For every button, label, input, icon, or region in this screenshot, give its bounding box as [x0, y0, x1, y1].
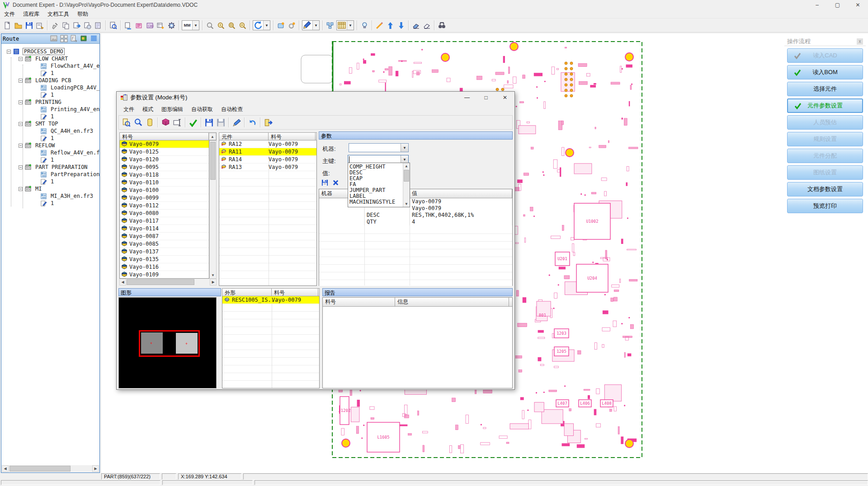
tree-row[interactable]: PartPreparation_: [40, 171, 99, 178]
close-button[interactable]: ✕: [848, 0, 868, 10]
chevron-down-icon[interactable]: ▼: [192, 21, 199, 30]
menu-item-3[interactable]: 帮助: [73, 10, 92, 19]
chevron-down-icon[interactable]: ▼: [347, 21, 354, 30]
part-list-row[interactable]: Vayo-0125: [120, 148, 209, 156]
scroll-thumb[interactable]: [210, 142, 216, 180]
route-chip-button[interactable]: [80, 34, 88, 43]
tree-row[interactable]: 1: [40, 91, 55, 98]
tree-label[interactable]: FlowChart_A4V_en: [50, 63, 99, 69]
param-row[interactable]: DESCRES,THK,0402,68K,1%: [319, 212, 512, 219]
action-button-3[interactable]: 选择元件: [787, 82, 863, 96]
part-list-hscrollbar[interactable]: ◀ ▶: [119, 279, 217, 285]
action-panel-close-icon[interactable]: x: [857, 38, 863, 45]
save-as-button[interactable]: [34, 20, 45, 31]
part-list-row[interactable]: Vayo-0087: [120, 233, 209, 240]
dialog-check-button[interactable]: [187, 117, 199, 128]
part-list-row[interactable]: Vayo-0110: [120, 179, 209, 187]
zoom-region-button[interactable]: [226, 20, 237, 31]
tree-label[interactable]: 1: [50, 178, 55, 185]
column-header[interactable]: 料号: [272, 289, 318, 296]
zoom-out-button[interactable]: [204, 20, 215, 31]
part-list-scroll-down[interactable]: ▼: [210, 272, 216, 278]
part-list-scroll-up[interactable]: ▲: [209, 133, 216, 140]
part-list-row[interactable]: Vayo-0109: [120, 271, 209, 279]
cad-import-button[interactable]: CAD: [144, 20, 155, 31]
tree-label[interactable]: PRINTING: [34, 99, 62, 105]
measure-button[interactable]: [374, 20, 385, 31]
dialog-doc-find-button[interactable]: [120, 117, 132, 128]
bulb-button[interactable]: [359, 20, 370, 31]
arrow-down-button[interactable]: [396, 20, 406, 31]
tree-expander[interactable]: −: [19, 165, 23, 169]
tree-expander[interactable]: −: [19, 100, 23, 104]
copy-button[interactable]: [60, 20, 71, 31]
dialog-rename-button[interactable]: [171, 117, 183, 128]
part-list-row[interactable]: Vayo-0117: [120, 217, 209, 225]
chevron-down-icon[interactable]: ▼: [401, 144, 408, 152]
tree-row[interactable]: −PROCESS_DEMO: [7, 48, 65, 55]
component-row[interactable]: RA12Vayo-0079: [219, 140, 316, 148]
gear-color-button[interactable]: [166, 20, 177, 31]
column-header[interactable]: 料号: [269, 133, 316, 140]
eraser-button[interactable]: [410, 20, 421, 31]
dialog-menu-item-1[interactable]: 模式: [138, 105, 157, 114]
tree-row[interactable]: 1: [40, 178, 55, 185]
chevron-down-icon[interactable]: ▼: [263, 21, 270, 30]
new-doc-button[interactable]: [2, 20, 13, 31]
tree-label[interactable]: 1: [50, 92, 55, 98]
scroll-left-button[interactable]: ◀: [2, 465, 9, 472]
rot-combo[interactable]: ▼: [253, 20, 270, 30]
dialog-package-button[interactable]: [160, 117, 171, 128]
route-listico-button[interactable]: [90, 34, 98, 43]
save-button[interactable]: [24, 20, 34, 31]
tree-label[interactable]: PROCESS_DEMO: [23, 48, 65, 55]
tree-label[interactable]: LoadingPCB_A4V_e: [50, 84, 99, 91]
tree-row[interactable]: Printing_A4V_en.: [40, 106, 99, 113]
tree-row[interactable]: QC_A4H_en.fr3: [40, 127, 94, 135]
tree-row[interactable]: 1: [40, 200, 55, 207]
tree-expander[interactable]: −: [19, 57, 23, 61]
tree-label[interactable]: Reflow_A4V_en.fr: [50, 150, 99, 156]
tree-label[interactable]: 1: [50, 70, 55, 76]
dialog-menu-item-3[interactable]: 自动获取: [187, 105, 217, 114]
action-button-8[interactable]: 图纸设置: [787, 165, 863, 180]
menu-item-2[interactable]: 文档工具: [43, 10, 73, 19]
part-list-row[interactable]: Vayo-0095: [120, 164, 209, 171]
report-column-header[interactable]: 信息: [395, 298, 509, 306]
tree-expander[interactable]: −: [19, 79, 23, 83]
zoom-in-button[interactable]: [215, 20, 226, 31]
delete-param-button[interactable]: [331, 178, 340, 187]
part-list-row[interactable]: Vayo-0114: [120, 225, 209, 233]
tree-row[interactable]: Reflow_A4V_en.fr: [40, 149, 99, 156]
part-list-row[interactable]: Vayo-0100: [120, 187, 209, 194]
part-list-row[interactable]: Vayo-0116: [120, 263, 209, 271]
part-list-row[interactable]: Vayo-0137: [120, 248, 209, 256]
open-folder-button[interactable]: [13, 20, 24, 31]
dialog-minimize-button[interactable]: —: [458, 92, 476, 103]
tree-label[interactable]: 1: [50, 135, 55, 141]
dialog-menu-item-0[interactable]: 文件: [119, 105, 138, 114]
edit-gray-button[interactable]: [49, 20, 60, 31]
dialog-exit-button[interactable]: [262, 117, 274, 128]
tree-label[interactable]: LOADING PCB: [34, 77, 72, 84]
report-column-header[interactable]: 料号: [323, 298, 395, 306]
tree-row[interactable]: FlowChart_A4V_en: [40, 62, 99, 70]
tree-row[interactable]: 1: [40, 113, 55, 120]
export-cad-button[interactable]: [133, 20, 144, 31]
dropdown-scroll-down[interactable]: ▼: [403, 201, 410, 207]
action-button-9[interactable]: 文档参数设置: [787, 182, 863, 196]
tree-label[interactable]: 1: [50, 157, 55, 163]
tree-expander[interactable]: −: [19, 187, 23, 191]
scroll-right-button[interactable]: ▶: [210, 279, 217, 285]
tree-expander[interactable]: −: [7, 50, 11, 54]
dropdown-option[interactable]: MACHININGSTYLE: [348, 199, 403, 205]
chevron-down-icon[interactable]: ▼: [312, 21, 319, 30]
action-button-4[interactable]: 元件参数设置: [787, 98, 863, 113]
action-button-1[interactable]: 读入CAD: [787, 48, 863, 63]
maximize-button[interactable]: ▢: [827, 0, 848, 10]
component-row[interactable]: RA13Vayo-0079: [219, 164, 316, 171]
route-fdoc-button[interactable]: f: [70, 34, 78, 43]
part-list-row[interactable]: Vayo-0079: [120, 140, 209, 148]
tree-label[interactable]: MI: [34, 186, 42, 192]
part-list-row[interactable]: Vayo-0112: [120, 202, 209, 210]
